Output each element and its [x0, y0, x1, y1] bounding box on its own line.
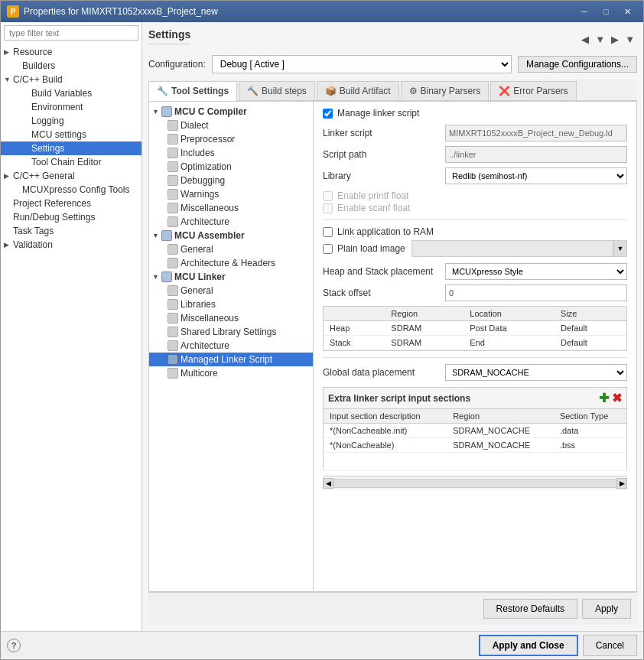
expand-arrow: ▼ — [152, 273, 161, 281]
cancel-button[interactable]: Cancel — [583, 635, 637, 656]
config-select[interactable]: Debug [ Active ] — [212, 55, 512, 73]
filter-input[interactable] — [4, 25, 138, 41]
maximize-button[interactable]: □ — [596, 5, 616, 18]
link-to-ram-label[interactable]: Link application to RAM — [337, 226, 434, 237]
tool-tree-multicore[interactable]: Multicore — [149, 366, 313, 380]
sidebar-item-logging[interactable]: Logging — [1, 114, 141, 128]
tool-tree-optimization[interactable]: Optimization — [149, 160, 313, 174]
scroll-left-button[interactable]: ◀ — [323, 478, 333, 489]
global-data-select[interactable]: SDRAM_NOCACHE SRAM — [445, 364, 627, 381]
tool-tree-miscellaneous-link[interactable]: Miscellaneous — [149, 311, 313, 325]
sidebar-item-validation[interactable]: ▶ Validation — [1, 238, 141, 252]
tool-tree-includes[interactable]: Includes — [149, 146, 313, 160]
sidebar-item-run-debug[interactable]: Run/Debug Settings — [1, 210, 141, 224]
apply-close-button[interactable]: Apply and Close — [479, 635, 578, 656]
tree-item-label: Miscellaneous — [181, 203, 239, 213]
stack-offset-input[interactable] — [445, 284, 627, 301]
error-parsers-icon: ❌ — [499, 86, 510, 96]
restore-defaults-button[interactable]: Restore Defaults — [483, 599, 577, 619]
nav-down-button[interactable]: ▼ — [593, 32, 607, 47]
bottom-button-bar: Restore Defaults Apply — [148, 592, 637, 625]
sidebar-label: MCUXpresso Config Tools — [22, 184, 130, 195]
scroll-right-button[interactable]: ▶ — [616, 478, 627, 489]
sidebar-label: MCU settings — [31, 129, 86, 140]
tool-tree-miscellaneous-c[interactable]: Miscellaneous — [149, 201, 313, 215]
tool-tree-mcu-assembler[interactable]: ▼ MCU Assembler — [149, 229, 313, 242]
printf-float-checkbox[interactable] — [323, 191, 333, 201]
tool-tree-arch-headers[interactable]: Architecture & Headers — [149, 256, 313, 270]
tool-tree-architecture-link[interactable]: Architecture — [149, 339, 313, 353]
tree-item-label: Optimization — [181, 161, 232, 172]
tool-tree-general-link[interactable]: General — [149, 284, 313, 297]
tool-tree-general-asm[interactable]: General — [149, 242, 313, 256]
divider — [323, 219, 627, 220]
tab-tool-settings[interactable]: 🔧 Tool Settings — [148, 81, 237, 101]
row-size: Default — [555, 336, 626, 350]
sidebar-item-settings[interactable]: Settings — [1, 141, 141, 155]
settings-form: Manage linker script Linker script Scrip… — [314, 102, 636, 591]
tool-tree-warnings[interactable]: Warnings — [149, 187, 313, 201]
linker-script-input[interactable] — [445, 125, 627, 141]
sidebar-item-tool-chain-editor[interactable]: Tool Chain Editor — [1, 155, 141, 169]
tool-tree-shared-lib[interactable]: Shared Library Settings — [149, 325, 313, 339]
tool-settings-pane: ▼ MCU C Compiler Dialect Preprocessor — [148, 101, 637, 592]
tool-tree-mcu-c-compiler[interactable]: ▼ MCU C Compiler — [149, 105, 313, 119]
sidebar-item-mcuxpresso-config[interactable]: MCUXpresso Config Tools — [1, 183, 141, 197]
remove-extra-linker-button[interactable]: ✖ — [612, 391, 622, 405]
nav-back-button[interactable]: ◀ — [579, 32, 591, 47]
minimize-button[interactable]: ─ — [574, 5, 594, 18]
help-button[interactable]: ? — [7, 639, 21, 652]
tree-item-label: Warnings — [181, 189, 219, 200]
sidebar-item-project-references[interactable]: Project References — [1, 197, 141, 210]
tool-tree-libraries[interactable]: Libraries — [149, 297, 313, 311]
sidebar-item-resource[interactable]: ▶ Resource — [1, 45, 141, 59]
sidebar-label: Tool Chain Editor — [31, 157, 101, 167]
sidebar-tree: ▶ Resource Builders ▼ C/C++ Build Build … — [1, 44, 141, 631]
nav-down2-button[interactable]: ▼ — [623, 32, 637, 47]
sidebar-item-build-variables[interactable]: Build Variables — [1, 86, 141, 100]
tree-item-label: Debugging — [181, 175, 225, 186]
link-to-ram-checkbox[interactable] — [323, 227, 333, 237]
script-path-input[interactable] — [445, 146, 627, 163]
tool-tree-architecture-c[interactable]: Architecture — [149, 215, 313, 229]
manage-configurations-button[interactable]: Manage Configurations... — [518, 56, 637, 73]
footer-bar: ? Apply and Close Cancel — [1, 631, 643, 659]
tool-tree-managed-linker[interactable]: Managed Linker Script — [149, 353, 313, 366]
scanf-float-checkbox[interactable] — [323, 203, 333, 213]
apply-button[interactable]: Apply — [582, 599, 631, 619]
tree-item-label: Managed Linker Script — [181, 354, 272, 365]
col-header-name — [324, 307, 385, 321]
tab-build-steps[interactable]: 🔨 Build steps — [239, 81, 315, 100]
heap-stack-select[interactable]: MCUXpresso Style Default — [445, 263, 627, 280]
tool-tree-preprocessor[interactable]: Preprocessor — [149, 132, 313, 146]
tool-tree-debugging-c[interactable]: Debugging — [149, 174, 313, 187]
extra-row-type: .data — [554, 424, 627, 438]
manage-linker-row: Manage linker script — [323, 108, 627, 119]
sidebar-item-environment[interactable]: Environment — [1, 100, 141, 114]
tab-build-artifact[interactable]: 📦 Build Artifact — [317, 81, 399, 100]
extra-linker-header: Extra linker script input sections ✚ ✖ — [323, 387, 627, 409]
divider2 — [323, 357, 627, 358]
close-button[interactable]: ✕ — [617, 5, 637, 18]
sidebar-item-cpp-build[interactable]: ▼ C/C++ Build — [1, 73, 141, 86]
plain-load-label[interactable]: Plain load image — [337, 243, 405, 254]
tree-item-label: Architecture & Headers — [181, 258, 275, 268]
tab-binary-parsers[interactable]: ⚙ Binary Parsers — [401, 81, 490, 100]
scanf-float-label[interactable]: Enable scanf float — [337, 203, 410, 213]
heap-stack-table-container: Region Location Size Heap SDRAM Post Dat… — [323, 306, 627, 351]
tool-tree-dialect[interactable]: Dialect — [149, 119, 313, 132]
add-extra-linker-button[interactable]: ✚ — [599, 391, 609, 405]
manage-linker-label[interactable]: Manage linker script — [337, 108, 419, 119]
nav-forward-button[interactable]: ▶ — [609, 32, 621, 47]
nav-arrows: ◀ ▼ ▶ ▼ — [579, 32, 637, 47]
plain-load-checkbox[interactable] — [323, 244, 333, 254]
sidebar-item-mcu-settings[interactable]: MCU settings — [1, 128, 141, 141]
printf-float-label[interactable]: Enable printf float — [337, 190, 408, 201]
sidebar-item-builders[interactable]: Builders — [1, 59, 141, 73]
sidebar-item-cpp-general[interactable]: ▶ C/C++ General — [1, 169, 141, 183]
manage-linker-checkbox[interactable] — [323, 109, 333, 119]
tab-error-parsers[interactable]: ❌ Error Parsers — [490, 81, 576, 100]
tool-tree-mcu-linker[interactable]: ▼ MCU Linker — [149, 270, 313, 284]
sidebar-item-task-tags[interactable]: Task Tags — [1, 224, 141, 238]
library-select[interactable]: Redlib (semihost-nf) Newlib Newlib-nano … — [445, 167, 627, 184]
